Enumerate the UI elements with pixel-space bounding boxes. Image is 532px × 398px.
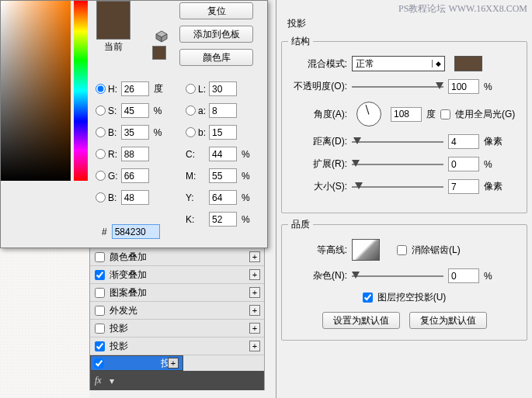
- add-swatch-button[interactable]: 添加到色板: [179, 26, 253, 43]
- m-input[interactable]: [209, 168, 237, 183]
- size-unit: 像素: [484, 180, 502, 193]
- fx-checkbox[interactable]: [94, 358, 104, 369]
- h-radio[interactable]: [96, 84, 106, 94]
- reset-button[interactable]: 复位: [179, 2, 253, 19]
- plus-icon[interactable]: +: [249, 305, 260, 316]
- antialias-label: 消除锯齿(L): [412, 244, 461, 257]
- fx-row-3[interactable]: 外发光+: [90, 302, 264, 320]
- fx-checkbox[interactable]: [95, 341, 105, 351]
- b-rgb-input[interactable]: [121, 190, 149, 205]
- current-color-label: 当前: [96, 40, 130, 54]
- fx-row-4[interactable]: 投影+: [90, 320, 264, 337]
- h-unit: 度: [154, 82, 168, 95]
- plus-icon[interactable]: +: [249, 269, 260, 280]
- y-input[interactable]: [209, 190, 237, 205]
- s-input[interactable]: [121, 103, 149, 118]
- k-input[interactable]: [209, 212, 237, 227]
- shadow-color-swatch[interactable]: [454, 56, 482, 71]
- knockout-label: 图层挖空投影(U): [377, 291, 447, 304]
- c-input[interactable]: [209, 147, 237, 161]
- fx-label: 投影: [110, 340, 128, 353]
- opacity-slider[interactable]: [352, 81, 443, 92]
- spread-slider[interactable]: [352, 159, 443, 170]
- noise-slider[interactable]: [352, 271, 443, 282]
- document-canvas: [0, 244, 89, 398]
- antialias-checkbox[interactable]: [397, 245, 407, 255]
- b-lab-input[interactable]: [209, 125, 237, 140]
- fx-checkbox[interactable]: [95, 288, 105, 298]
- k-label: K:: [186, 214, 206, 225]
- a-input[interactable]: [209, 103, 237, 118]
- set-default-button[interactable]: 设置为默认值: [322, 312, 400, 329]
- spread-input[interactable]: [448, 157, 479, 171]
- h-input[interactable]: [121, 81, 149, 96]
- b-radio[interactable]: [96, 127, 106, 137]
- angle-dial[interactable]: [356, 102, 381, 126]
- angle-unit: 度: [426, 108, 436, 121]
- fx-row-2[interactable]: 图案叠加+: [90, 284, 264, 302]
- chevron-down-icon[interactable]: ▾: [110, 376, 114, 386]
- plus-icon[interactable]: +: [249, 287, 260, 298]
- current-color-swatch[interactable]: [96, 1, 130, 40]
- effects-footer: fx ▾: [90, 371, 264, 390]
- distance-slider[interactable]: [352, 137, 443, 147]
- angle-input[interactable]: [391, 107, 422, 122]
- plus-icon[interactable]: +: [168, 358, 179, 369]
- plus-icon[interactable]: +: [249, 251, 260, 262]
- brgb-radio[interactable]: [96, 192, 106, 202]
- k-unit: %: [242, 214, 250, 225]
- b-hsb-input[interactable]: [121, 125, 149, 140]
- color-field[interactable]: [1, 1, 71, 181]
- distance-input[interactable]: [448, 134, 479, 149]
- s-radio[interactable]: [96, 106, 106, 116]
- y-label: Y:: [186, 192, 206, 203]
- fx-row-6[interactable]: 投影+: [90, 355, 183, 371]
- blend-mode-select[interactable]: 正常 ◆: [352, 56, 445, 71]
- hue-strip[interactable]: [74, 1, 88, 181]
- b-rgb-label: B:: [108, 192, 116, 203]
- global-light-label: 使用全局光(G): [455, 108, 515, 121]
- plus-icon[interactable]: +: [249, 341, 260, 351]
- a-radio[interactable]: [186, 106, 196, 116]
- cube-icon[interactable]: [155, 30, 168, 43]
- fx-row-0[interactable]: 颜色叠加+: [90, 248, 264, 266]
- size-input[interactable]: [448, 179, 479, 194]
- noise-unit: %: [484, 271, 492, 282]
- hex-input[interactable]: [112, 224, 160, 239]
- fx-checkbox[interactable]: [95, 270, 105, 280]
- c-label: C:: [186, 149, 206, 160]
- b-lab-label: b:: [198, 127, 206, 138]
- reset-default-button[interactable]: 复位为默认值: [409, 312, 487, 329]
- fx-row-1[interactable]: 渐变叠加+: [90, 266, 264, 284]
- fx-label: 颜色叠加: [110, 251, 147, 264]
- blab-radio[interactable]: [186, 127, 196, 137]
- size-slider[interactable]: [352, 182, 443, 192]
- g-radio[interactable]: [96, 171, 106, 181]
- fx-label: 外发光: [110, 304, 137, 317]
- l-input[interactable]: [209, 81, 237, 96]
- fx-icon[interactable]: fx: [95, 375, 102, 386]
- fx-row-5[interactable]: 投影+: [90, 337, 264, 355]
- a-label: a:: [198, 106, 206, 116]
- plus-icon[interactable]: +: [249, 323, 260, 334]
- r-radio[interactable]: [96, 149, 106, 159]
- c-unit: %: [242, 149, 250, 160]
- knockout-checkbox[interactable]: [363, 292, 373, 303]
- r-input[interactable]: [121, 147, 149, 161]
- l-radio[interactable]: [186, 84, 196, 94]
- color-libraries-button[interactable]: 颜色库: [179, 49, 253, 66]
- contour-picker[interactable]: [352, 239, 380, 261]
- global-light-checkbox[interactable]: [440, 109, 450, 119]
- previous-color-swatch[interactable]: [152, 46, 166, 60]
- l-label: L:: [198, 84, 206, 95]
- fx-checkbox[interactable]: [95, 306, 105, 316]
- g-input[interactable]: [121, 168, 149, 183]
- contour-label: 等高线:: [288, 244, 347, 257]
- opacity-input[interactable]: [448, 79, 479, 94]
- fx-checkbox[interactable]: [95, 324, 105, 334]
- size-label: 大小(S):: [288, 180, 347, 193]
- noise-input[interactable]: [448, 268, 479, 283]
- distance-label: 距离(D):: [288, 135, 347, 148]
- opacity-label: 不透明度(O):: [288, 80, 347, 93]
- fx-checkbox[interactable]: [95, 252, 105, 262]
